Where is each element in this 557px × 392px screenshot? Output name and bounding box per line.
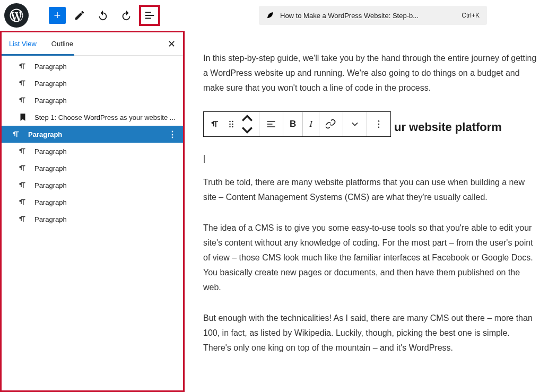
redo-button[interactable] — [117, 6, 136, 25]
list-item-label: Paragraph — [34, 215, 67, 223]
svg-point-3 — [232, 124, 233, 125]
document-overview-panel: List View Outline ✕ ParagraphParagraphPa… — [0, 31, 185, 392]
paragraph-icon — [18, 197, 28, 207]
list-item-label: Step 1: Choose WordPress as your website… — [34, 114, 176, 121]
align-button[interactable] — [259, 112, 283, 136]
paragraph-icon — [18, 146, 28, 156]
italic-button[interactable]: I — [303, 112, 319, 136]
editor-top-toolbar: + How to Make a WordPress Website: Step-… — [0, 0, 557, 31]
list-item[interactable]: Paragraph — [2, 92, 183, 109]
tab-list-view[interactable]: List View — [2, 32, 44, 56]
drag-icon — [226, 119, 237, 129]
paragraph-icon — [18, 180, 28, 190]
list-item[interactable]: Paragraph — [2, 75, 183, 92]
svg-point-1 — [232, 121, 233, 123]
document-title-text: How to Make a WordPress Website: Step-b.… — [280, 12, 456, 20]
list-item[interactable]: Paragraph — [2, 211, 183, 228]
undo-button[interactable] — [93, 6, 112, 25]
bold-button[interactable]: B — [283, 112, 303, 136]
block-type-button[interactable] — [204, 112, 259, 136]
list-item-label: Paragraph — [34, 164, 67, 172]
paragraph-block[interactable]: In this step-by-step guide, we'll take y… — [203, 51, 539, 95]
svg-point-2 — [229, 124, 231, 125]
tab-outline-label: Outline — [51, 40, 73, 48]
paragraph-icon — [18, 214, 28, 224]
paragraph-block[interactable]: But enough with the technicalities! As I… — [203, 311, 539, 355]
list-item-label: Paragraph — [34, 97, 67, 104]
bookmark-icon — [18, 112, 28, 122]
overview-tabs: List View Outline ✕ — [2, 32, 183, 56]
heading-with-toolbar: B I ur website platform — [203, 111, 539, 143]
list-item[interactable]: Paragraph — [2, 160, 183, 177]
list-item-label: Paragraph — [34, 63, 67, 71]
block-toolbar: B I — [203, 111, 391, 137]
more-rich-text-button[interactable] — [343, 112, 367, 136]
list-item-label: Paragraph — [34, 198, 67, 206]
paragraph-icon — [18, 163, 28, 173]
edit-tool-button[interactable] — [70, 6, 89, 25]
keyboard-shortcut: Ctrl+K — [462, 12, 480, 19]
list-item[interactable]: Paragraph — [2, 177, 183, 194]
document-title-bar[interactable]: How to Make a WordPress Website: Step-b.… — [259, 6, 487, 25]
paragraph-block[interactable]: Truth be told, there are many website pl… — [203, 175, 539, 205]
feather-icon — [266, 11, 275, 20]
paragraph-icon — [18, 62, 28, 71]
paragraph-icon — [18, 79, 28, 88]
tab-list-view-label: List View — [9, 40, 37, 48]
svg-point-0 — [229, 121, 231, 123]
heading-visible-text[interactable]: ur website platform — [394, 120, 502, 134]
editor-canvas[interactable]: In this step-by-step guide, we'll take y… — [185, 31, 557, 392]
list-item-label: Paragraph — [28, 130, 62, 138]
list-item[interactable]: Paragraph — [2, 143, 183, 160]
list-item-label: Paragraph — [34, 80, 67, 88]
svg-point-4 — [229, 126, 231, 128]
empty-paragraph-caret[interactable]: | — [203, 154, 539, 163]
list-item[interactable]: Paragraph — [2, 58, 183, 75]
document-overview-button[interactable] — [140, 6, 159, 25]
paragraph-block[interactable]: The idea of a CMS is to give you some ea… — [203, 221, 539, 295]
add-block-button[interactable]: + — [49, 7, 66, 24]
wordpress-logo[interactable] — [4, 3, 29, 28]
block-list: ParagraphParagraphParagraphStep 1: Choos… — [2, 56, 183, 228]
link-button[interactable] — [319, 112, 343, 136]
chevron-up-icon[interactable] — [242, 113, 253, 124]
list-item-label: Paragraph — [34, 181, 67, 189]
more-options-button[interactable] — [367, 112, 390, 136]
paragraph-icon — [11, 129, 22, 139]
list-item[interactable]: Paragraph — [2, 194, 183, 211]
svg-point-5 — [232, 126, 233, 128]
chevron-down-icon[interactable] — [242, 125, 253, 135]
tab-outline[interactable]: Outline — [44, 32, 81, 56]
list-item[interactable]: Step 1: Choose WordPress as your website… — [2, 109, 183, 126]
svg-point-6 — [378, 120, 380, 122]
svg-point-7 — [378, 124, 380, 125]
paragraph-icon — [18, 95, 28, 105]
list-item-label: Paragraph — [34, 147, 67, 155]
svg-point-8 — [378, 127, 380, 128]
list-item[interactable]: Paragraph — [2, 126, 183, 143]
close-overview-button[interactable]: ✕ — [162, 34, 181, 54]
